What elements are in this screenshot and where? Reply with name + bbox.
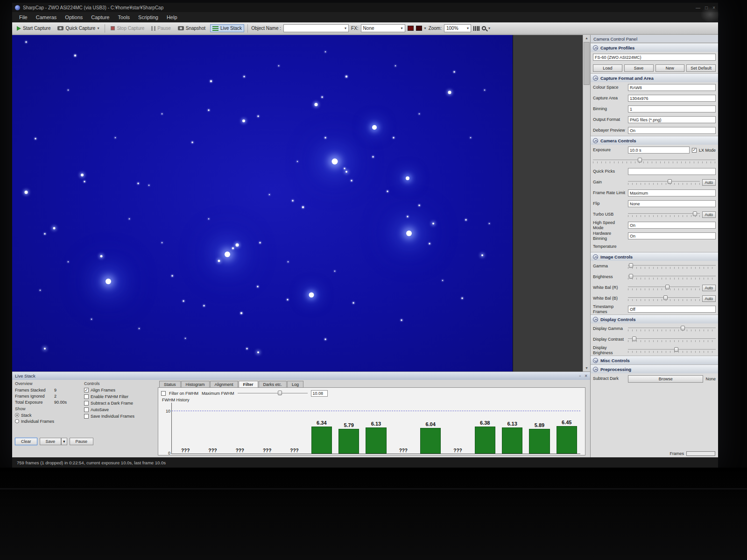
white-bal-b-auto-button[interactable]: Auto [702, 295, 716, 302]
color-swatch-2[interactable] [416, 26, 422, 31]
save-button[interactable]: Save [40, 438, 62, 445]
control-save-individual-frames[interactable]: Save Individual Frames [84, 413, 156, 420]
frame-rate-limit-value[interactable]: Maximum [628, 189, 716, 196]
slider-thumb[interactable] [278, 391, 282, 395]
gain-auto-button[interactable]: Auto [702, 179, 716, 186]
radio-stack[interactable]: Stack [15, 412, 82, 418]
slider-thumb[interactable] [663, 295, 668, 300]
load-button[interactable]: Load [593, 64, 622, 72]
magnifier-icon[interactable] [482, 26, 486, 30]
white-bal-b-slider[interactable] [628, 296, 700, 301]
slider-thumb[interactable] [674, 347, 678, 352]
capture-area-value[interactable]: 1304x976 [628, 95, 716, 102]
exposure-slider[interactable] [593, 158, 716, 163]
section-header-display-controls[interactable]: Display Controls [591, 315, 718, 323]
checkbox-icon[interactable] [84, 401, 89, 406]
slider-thumb[interactable] [681, 326, 685, 330]
browse-button[interactable]: Browse [628, 375, 703, 383]
tab-alignment[interactable]: Alignment [210, 381, 238, 388]
object-name-input[interactable]: ▾ [283, 24, 349, 32]
scroll-up-icon[interactable]: ▲ [583, 35, 590, 42]
live-image-starfield[interactable] [12, 35, 513, 371]
close-icon[interactable]: × [712, 5, 715, 10]
fx-select[interactable]: None ▾ [361, 24, 405, 32]
white-bal-r-slider[interactable] [628, 285, 700, 290]
turbo-usb-auto-button[interactable]: Auto [702, 211, 716, 218]
radio-icon[interactable] [15, 419, 19, 423]
high-speed-mode-value[interactable]: On [628, 222, 716, 229]
color-swatch-1[interactable] [408, 26, 414, 31]
display-gamma-slider[interactable] [628, 326, 716, 331]
chevron-down-icon[interactable] [593, 358, 598, 363]
zoom-select[interactable]: 100% ▾ [444, 24, 471, 32]
gamma-slider[interactable] [628, 264, 716, 269]
save-dropdown-button[interactable]: ▾ [61, 438, 67, 445]
tab-darks-etc[interactable]: Darks etc. [259, 381, 287, 388]
control-enable-fwhm-filter[interactable]: Enable FWHM Filter [84, 393, 156, 400]
slider-thumb[interactable] [632, 336, 636, 341]
menu-capture[interactable]: Capture [87, 14, 113, 21]
chevron-up-icon[interactable] [593, 45, 598, 50]
snapshot-button[interactable]: Snapshot [176, 24, 208, 32]
checkbox-icon[interactable] [84, 414, 89, 419]
chevron-up-icon[interactable] [593, 254, 598, 259]
slider-thumb[interactable] [638, 158, 642, 162]
capture-profile-input[interactable]: FS-60 (ZWO ASI224MC) [593, 54, 716, 61]
menu-help[interactable]: Help [162, 14, 182, 21]
control-autosave[interactable]: AutoSave [84, 406, 156, 413]
section-header-preprocessing[interactable]: Preprocessing [591, 364, 718, 373]
white-bal-r-auto-button[interactable]: Auto [702, 285, 716, 291]
menu-cameras[interactable]: Cameras [32, 14, 61, 21]
display-contrast-slider[interactable] [628, 337, 716, 342]
quick-capture-button[interactable]: Quick Capture ▾ [55, 24, 101, 32]
pause-button[interactable]: Pause [70, 438, 94, 445]
clear-button[interactable]: Clear [15, 438, 37, 445]
stop-capture-button[interactable]: Stop Capture [108, 24, 147, 32]
scrollbar-thumb[interactable] [584, 42, 590, 85]
scroll-down-icon[interactable]: ▼ [583, 365, 590, 371]
pin-icon[interactable]: ▫ [579, 373, 581, 378]
control-subtract-a-dark-frame[interactable]: Subtract a Dark Frame [84, 400, 156, 406]
section-header-misc-controls[interactable]: Misc Controls [591, 356, 718, 364]
start-capture-button[interactable]: Start Capture [14, 24, 53, 32]
tab-log[interactable]: Log [287, 381, 303, 388]
tab-status[interactable]: Status [159, 381, 181, 388]
lx-mode-checkbox[interactable]: ✓ [692, 148, 697, 153]
maximum-fwhm-slider[interactable] [238, 393, 308, 393]
checkbox-icon[interactable] [84, 407, 89, 412]
debayer-preview-value[interactable]: On [628, 127, 716, 134]
timestamp-frames-value[interactable]: Off [628, 306, 716, 313]
checkbox-icon[interactable]: ✓ [84, 388, 89, 392]
section-header-image-controls[interactable]: Image Controls [591, 252, 718, 261]
pause-button[interactable]: Pause [149, 24, 173, 32]
radio-individual-frames[interactable]: Individual Frames [15, 418, 82, 424]
slider-thumb[interactable] [629, 263, 633, 268]
maximum-fwhm-value[interactable]: 10.08 [311, 390, 328, 397]
set-default-button[interactable]: Set Default [686, 64, 716, 72]
minimize-icon[interactable]: — [696, 5, 700, 10]
maximize-icon[interactable]: □ [705, 5, 708, 10]
colour-space-value[interactable]: RAW8 [628, 84, 716, 91]
flip-value[interactable]: None [628, 200, 716, 207]
filter-on-fwhm-checkbox[interactable] [161, 391, 166, 396]
display-brightness-slider[interactable] [628, 348, 716, 353]
quick-picks-value[interactable] [628, 168, 716, 175]
menu-file[interactable]: File [15, 14, 32, 21]
chevron-up-icon[interactable] [593, 367, 598, 372]
output-format-value[interactable]: PNG files (*.png) [628, 116, 716, 123]
section-header-capture-profiles[interactable]: Capture Profiles [591, 43, 718, 52]
brightness-slider[interactable] [628, 274, 716, 280]
menu-scripting[interactable]: Scripting [134, 14, 162, 21]
chevron-up-icon[interactable] [593, 317, 598, 322]
tab-histogram[interactable]: Histogram [181, 381, 210, 388]
binning-value[interactable]: 1 [628, 105, 716, 112]
slider-thumb[interactable] [629, 274, 633, 279]
chevron-up-icon[interactable] [593, 76, 598, 81]
live-stack-button[interactable]: Live Stack [210, 24, 244, 32]
chevron-up-icon[interactable] [593, 138, 598, 143]
radio-icon[interactable] [15, 413, 19, 417]
control-align-frames[interactable]: ✓Align Frames [84, 387, 156, 393]
close-icon[interactable]: × [585, 373, 587, 378]
tab-filter[interactable]: Filter [239, 381, 258, 388]
section-header-capture-format-and-area[interactable]: Capture Format and Area [591, 73, 718, 82]
